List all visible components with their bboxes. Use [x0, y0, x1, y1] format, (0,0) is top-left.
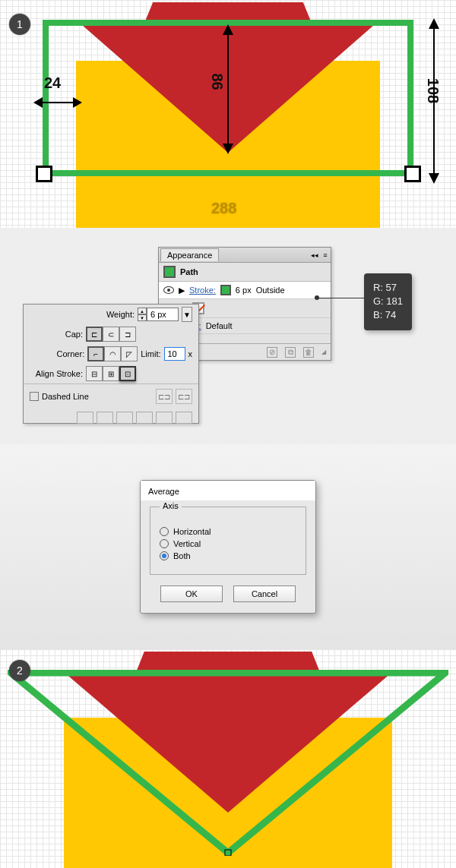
- weight-stepper[interactable]: ▲ ▼: [138, 308, 179, 321]
- cap-projecting-icon[interactable]: ⊐: [119, 327, 136, 342]
- limit-label: Limit:: [141, 349, 160, 358]
- dash-align-icon: ⊏⊐: [176, 389, 192, 404]
- resize-handle-sw[interactable]: [36, 166, 52, 182]
- arrowhead-left: [33, 97, 43, 108]
- canvas-step-1: 1 288 108 86 24: [0, 0, 456, 228]
- triangle-path[interactable]: [8, 670, 448, 856]
- average-title: Average: [141, 481, 315, 500]
- corner-miter-icon[interactable]: ⌐: [87, 346, 104, 361]
- stroke-color-swatch[interactable]: [220, 285, 231, 295]
- limit-suffix: x: [188, 349, 193, 358]
- appearance-path-label: Path: [180, 267, 198, 276]
- radio-horizontal[interactable]: [160, 527, 169, 536]
- radio-both[interactable]: [160, 551, 169, 560]
- arrowhead-down-r: [429, 173, 439, 184]
- arrow-gap: [41, 102, 74, 103]
- dimension-depth: 86: [208, 73, 226, 90]
- cap-butt-icon[interactable]: ⊏: [86, 327, 103, 342]
- dash-preserve-icon: ⊏⊐: [156, 389, 173, 404]
- align-outside-icon[interactable]: ⊡: [119, 366, 136, 381]
- align-stroke-label: Align Stroke:: [36, 369, 83, 378]
- cancel-button[interactable]: Cancel: [233, 586, 296, 602]
- align-stroke-group: ⊟ ⊞ ⊡: [86, 366, 136, 381]
- radio-both-label: Both: [173, 551, 191, 560]
- expand-triangle-icon[interactable]: ▶: [179, 286, 185, 295]
- canvas-step-2: 2: [0, 649, 456, 868]
- step-badge-1: 1: [9, 14, 30, 35]
- resize-handle-se[interactable]: [404, 166, 421, 182]
- cap-round-icon[interactable]: ⊂: [103, 327, 119, 342]
- corner-bevel-icon[interactable]: ◸: [121, 346, 138, 361]
- weight-up-icon[interactable]: ▲: [138, 308, 147, 314]
- appearance-tab[interactable]: Appearance: [160, 248, 219, 261]
- limit-input[interactable]: [164, 347, 185, 361]
- radio-vertical-label: Vertical: [173, 539, 201, 548]
- panel-resize-icon[interactable]: ◢: [321, 349, 326, 355]
- dimension-width: 288: [211, 200, 236, 217]
- visibility-eye-icon[interactable]: [163, 286, 174, 294]
- dimension-gap: 24: [44, 74, 61, 92]
- no-icon[interactable]: ⊘: [267, 347, 277, 358]
- stroke-link[interactable]: Stroke:: [189, 286, 216, 295]
- step-badge-2: 2: [9, 660, 30, 681]
- cap-group: ⊏ ⊂ ⊐: [86, 327, 136, 342]
- cap-label: Cap:: [65, 330, 83, 339]
- rgb-tooltip: R: 57 G: 181 B: 74: [364, 273, 412, 330]
- radio-vertical[interactable]: [160, 539, 169, 548]
- dash-inputs: [24, 409, 198, 427]
- ok-button[interactable]: OK: [160, 586, 223, 602]
- rgb-b: B: 74: [373, 308, 403, 322]
- axis-legend: Axis: [160, 501, 182, 510]
- callout-line: [319, 298, 365, 298]
- align-inside-icon[interactable]: ⊞: [103, 366, 119, 381]
- svg-marker-0: [11, 673, 445, 853]
- svg-rect-1: [225, 850, 231, 856]
- dashed-label: Dashed Line: [42, 392, 89, 401]
- corner-group: ⌐ ◠ ◸: [87, 346, 138, 361]
- arrow-vertical: [227, 29, 229, 147]
- trash-icon[interactable]: 🗑: [303, 347, 314, 358]
- weight-down-icon[interactable]: ▼: [138, 314, 147, 321]
- stroke-size-label: 6 px: [236, 286, 252, 295]
- weight-label: Weight:: [106, 310, 135, 319]
- panel-menu-icon[interactable]: ≡: [320, 251, 331, 259]
- corner-label: Corner:: [57, 349, 85, 358]
- weight-dropdown-icon[interactable]: ▼: [182, 307, 192, 322]
- radio-horizontal-label: Horizontal: [173, 527, 211, 536]
- appearance-swatch-main[interactable]: [163, 266, 176, 278]
- align-center-icon[interactable]: ⊟: [86, 366, 103, 381]
- average-dialog[interactable]: Average Axis Horizontal Vertical Both OK…: [140, 480, 316, 614]
- panels-area-1: Appearance ◂◂ ≡ Path ▶ Stroke: 6 px Outs…: [0, 228, 456, 444]
- stroke-align-label: Outside: [256, 286, 285, 295]
- dashed-checkbox[interactable]: [30, 392, 39, 401]
- weight-input[interactable]: [147, 308, 179, 321]
- duplicate-icon[interactable]: ⧉: [285, 347, 296, 358]
- panel-collapse-icon[interactable]: ◂◂: [309, 251, 320, 259]
- rgb-r: R: 57: [373, 281, 403, 295]
- arrowhead-up: [223, 24, 233, 35]
- appearance-tabbar: Appearance ◂◂ ≡: [159, 248, 331, 263]
- stroke-panel[interactable]: Weight: ▲ ▼ ▼ Cap: ⊏ ⊂ ⊐ Corner: ⌐: [23, 304, 199, 424]
- arrowhead-up-r: [429, 18, 439, 29]
- corner-round-icon[interactable]: ◠: [104, 346, 121, 361]
- arrow-right-vertical: [433, 24, 435, 176]
- panels-area-2: Average Axis Horizontal Vertical Both OK…: [0, 444, 456, 649]
- axis-fieldset: Axis Horizontal Vertical Both: [150, 507, 306, 575]
- rgb-g: G: 181: [373, 295, 403, 308]
- arrowhead-down: [223, 144, 233, 154]
- opacity-value: Default: [206, 321, 233, 330]
- arrowhead-right: [73, 97, 82, 108]
